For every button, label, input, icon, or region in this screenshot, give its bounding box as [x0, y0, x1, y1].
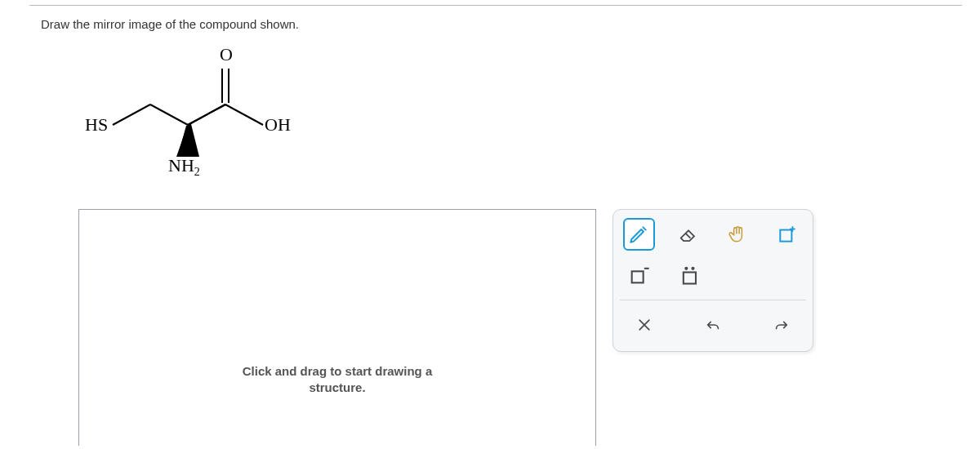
svg-line-1 [150, 104, 188, 125]
eraser-icon [677, 223, 700, 246]
tool-redo[interactable] [765, 309, 798, 341]
pencil-icon [628, 224, 649, 245]
tool-divider [620, 300, 806, 300]
atom-label-nh2: NH2 [168, 155, 200, 179]
tool-eraser[interactable] [673, 218, 704, 251]
tool-close[interactable] [628, 309, 661, 341]
svg-line-9 [685, 233, 690, 238]
lone-pair-icon [679, 264, 702, 287]
svg-rect-10 [780, 230, 791, 242]
tool-lone-pair[interactable] [674, 259, 706, 291]
drawing-canvas[interactable]: Click and drag to start drawing a struct… [78, 209, 596, 446]
tool-undo[interactable] [697, 309, 729, 341]
svg-line-0 [113, 104, 150, 125]
tool-add-box[interactable] [772, 218, 803, 251]
atom-label-hs: HS [85, 114, 108, 136]
svg-point-16 [691, 267, 694, 270]
tool-hand[interactable] [722, 218, 753, 251]
redo-icon [773, 316, 791, 334]
drawing-hint: Click and drag to start drawing a struct… [79, 363, 595, 397]
tool-row-3 [623, 309, 803, 341]
tool-negative-charge[interactable] [623, 259, 656, 291]
atom-label-o: O [220, 44, 233, 65]
add-box-icon [777, 224, 798, 245]
svg-rect-13 [632, 271, 644, 282]
atom-nh2-sub: 2 [194, 166, 200, 178]
tool-row-2 [623, 259, 803, 291]
hint-line-2: structure. [309, 380, 365, 394]
svg-rect-17 [684, 273, 696, 284]
tool-panel [612, 209, 813, 352]
hint-line-1: Click and drag to start drawing a [243, 364, 433, 378]
tool-pencil[interactable] [623, 218, 655, 251]
atom-label-oh: OH [265, 114, 291, 136]
atom-nh2-text: NH [168, 155, 194, 176]
tool-row-1 [623, 218, 803, 251]
svg-line-5 [188, 104, 225, 125]
question-prompt: Draw the mirror image of the compound sh… [41, 17, 962, 31]
close-icon [636, 317, 653, 333]
hand-icon [727, 224, 748, 245]
molecule-diagram: HS O OH NH2 [78, 39, 421, 186]
negative-charge-icon [628, 264, 651, 287]
question-frame: Draw the mirror image of the compound sh… [29, 5, 962, 186]
undo-icon [704, 316, 722, 334]
svg-line-6 [225, 104, 263, 125]
molecule-bonds [78, 39, 421, 186]
svg-point-15 [684, 267, 688, 270]
